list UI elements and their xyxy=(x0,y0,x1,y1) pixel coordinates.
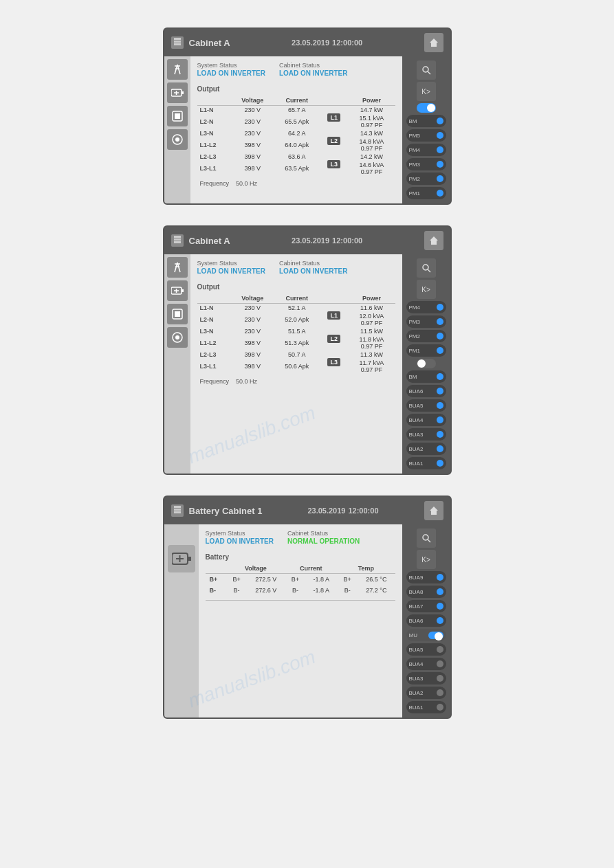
freq-label-2: Frequency xyxy=(200,378,230,385)
indicator-pm1-1[interactable]: PM1 xyxy=(406,187,446,199)
indicator-bua1-2[interactable]: BUA1 xyxy=(406,457,446,469)
indicator-bua6-2[interactable]: BUA6 xyxy=(406,385,446,397)
indicator-pm4-1[interactable]: PM4 xyxy=(406,144,446,156)
indicator-pm5-1[interactable]: PM5 xyxy=(406,129,446,142)
panel-body-3: System Status LOAD ON INVERTER Cabinet S… xyxy=(164,524,450,717)
row2-l3n: L3-N xyxy=(197,327,232,335)
ind-label-bua4-3: BUA4 xyxy=(409,661,424,667)
col-empty-2 xyxy=(197,293,232,304)
bat-col-voltage: Voltage xyxy=(226,564,285,574)
indicator-bua2-3[interactable]: BUA2 xyxy=(406,687,446,699)
c2-l2l3: 50.7 A xyxy=(274,350,320,359)
svg-marker-3 xyxy=(430,38,438,47)
bat-vplus-label: B+ xyxy=(226,574,247,586)
c-l2l3: 63.6 A xyxy=(274,153,320,161)
tower-icon-btn-1[interactable] xyxy=(167,59,188,80)
indicator-bm-1[interactable]: BM xyxy=(406,115,446,127)
table-row: L1-N 230 V 52.1 A L1 11.6 kW xyxy=(197,304,395,313)
nav-zoom-icon-1[interactable] xyxy=(417,60,436,80)
indicator-bua6-3[interactable]: BUA6 xyxy=(406,614,446,627)
status-row-1: System Status LOAD ON INVERTER Cabinet S… xyxy=(197,62,395,77)
p2-l3n: 11.5 kW xyxy=(348,327,395,335)
cabinet-status-label-2: Cabinet Status xyxy=(279,260,347,267)
table-row: L3-L1 398 V 63.5 Apk 14.6 kVA0.97 PF xyxy=(197,161,395,176)
row-l1l2: L1-L2 xyxy=(197,137,232,153)
indicator-bua5-3[interactable]: BUA5 xyxy=(406,643,446,656)
module-icon-btn-1[interactable] xyxy=(167,106,188,126)
output-section-1: Output Voltage Current Power L1-N xyxy=(197,82,395,191)
v2-l3l1: 398 V xyxy=(231,359,274,374)
output-label-2: Output xyxy=(197,283,395,291)
system-status-label-1: System Status xyxy=(197,62,265,69)
svg-point-15 xyxy=(175,137,179,142)
battery-big-icon-3[interactable] xyxy=(168,545,195,572)
toggle-mu-3[interactable] xyxy=(428,632,443,639)
settings-icon-btn-1[interactable] xyxy=(167,129,188,150)
nav-zoom-icon-2[interactable] xyxy=(417,258,436,278)
indicator-bua4-2[interactable]: BUA4 xyxy=(406,414,446,426)
toggle-switch-1[interactable] xyxy=(417,103,436,113)
ind-label-bua5-3: BUA5 xyxy=(409,647,424,653)
indicator-bua3-2[interactable]: BUA3 xyxy=(406,428,446,441)
indicator-pm3-1[interactable]: PM3 xyxy=(406,158,446,170)
table-row: L2-N 230 V 52.0 Apk 12.0 kVA0.97 PF xyxy=(197,312,395,327)
icon-sidebar-2 xyxy=(164,254,190,474)
indicator-bua5-2[interactable]: BUA5 xyxy=(406,399,446,412)
indicator-pm4-2[interactable]: PM4 xyxy=(406,301,446,313)
indicator-pm1-2[interactable]: PM1 xyxy=(406,344,446,357)
bat-tminus-val: 27.2 °C xyxy=(358,585,395,596)
bat-col-temp: Temp xyxy=(337,564,395,574)
home-button-2[interactable] xyxy=(424,231,443,250)
v2-l1l2: 398 V xyxy=(231,335,274,350)
ind-dot-pm4-2 xyxy=(437,304,443,311)
svg-rect-1 xyxy=(174,41,181,43)
nav-zoom-icon-3[interactable] xyxy=(417,528,436,548)
freq-row-2: Frequency 50.0 Hz xyxy=(197,377,395,386)
indicator-bua2-2[interactable]: BUA2 xyxy=(406,443,446,455)
bat-row-bminus: B- xyxy=(206,585,227,596)
tower-icon-btn-2[interactable] xyxy=(167,257,188,278)
cabinet-status-value-1: LOAD ON INVERTER xyxy=(279,69,347,77)
indicator-mu-3[interactable]: MU xyxy=(406,629,446,641)
indicator-pm3-2[interactable]: PM3 xyxy=(406,315,446,328)
ind-dot-bua4-2 xyxy=(437,416,443,423)
nav-kb-icon-1[interactable]: K> xyxy=(417,82,436,101)
phase2-l3: L3 xyxy=(327,358,340,366)
indicator-bua3-3[interactable]: BUA3 xyxy=(406,672,446,685)
ind-dot-bm-1 xyxy=(437,118,443,124)
module-icon-btn-2[interactable] xyxy=(167,304,188,324)
phase2-l2: L2 xyxy=(327,335,340,343)
ind-label-bm-2: BM xyxy=(409,374,417,380)
table-row: L2-L3 398 V 63.6 A L3 14.2 kW xyxy=(197,153,395,161)
p2-l2n: 12.0 kVA0.97 PF xyxy=(348,312,395,327)
date-2: 23.05.2019 xyxy=(292,236,329,245)
nav-kb-icon-3[interactable]: K> xyxy=(417,550,436,569)
panel-title-2: Cabinet A xyxy=(189,236,230,246)
home-button-1[interactable] xyxy=(424,33,443,52)
indicator-bua8-3[interactable]: BUA8 xyxy=(406,586,446,598)
ind-label-pm3-1: PM3 xyxy=(409,162,420,168)
ind-label-mu-3: MU xyxy=(409,632,417,638)
indicator-bua7-3[interactable]: BUA7 xyxy=(406,600,446,612)
c-l3n: 64.2 A xyxy=(274,129,320,137)
indicator-pm2-2[interactable]: PM2 xyxy=(406,330,446,342)
battery-icon-btn-2[interactable] xyxy=(167,280,188,301)
indicator-bua9-3[interactable]: BUA9 xyxy=(406,571,446,583)
c-l3l1: 63.5 Apk xyxy=(274,161,320,176)
battery-icon-btn-1[interactable] xyxy=(167,82,188,103)
indicator-bua1-3[interactable]: BUA1 xyxy=(406,701,446,713)
settings-icon-btn-2[interactable] xyxy=(167,327,188,348)
toggle-switch-2[interactable] xyxy=(417,359,436,368)
home-button-3[interactable] xyxy=(424,501,443,520)
indicator-bm-2[interactable]: BM xyxy=(406,370,446,383)
svg-line-17 xyxy=(428,71,430,74)
table-row: L2-L3 398 V 50.7 A L3 11.3 kW xyxy=(197,350,395,359)
indicator-pm2-1[interactable]: PM2 xyxy=(406,173,446,185)
right-sidebar-3: K> BUA9 BUA8 BUA7 BUA6 MU BUA5 xyxy=(402,524,450,717)
c2-l2n: 52.0 Apk xyxy=(274,312,320,327)
ind-dot-bua4-3 xyxy=(437,660,443,667)
svg-rect-0 xyxy=(174,38,181,40)
time-3: 12:00:00 xyxy=(348,507,378,515)
nav-kb-icon-2[interactable]: K> xyxy=(417,280,436,299)
indicator-bua4-3[interactable]: BUA4 xyxy=(406,658,446,670)
